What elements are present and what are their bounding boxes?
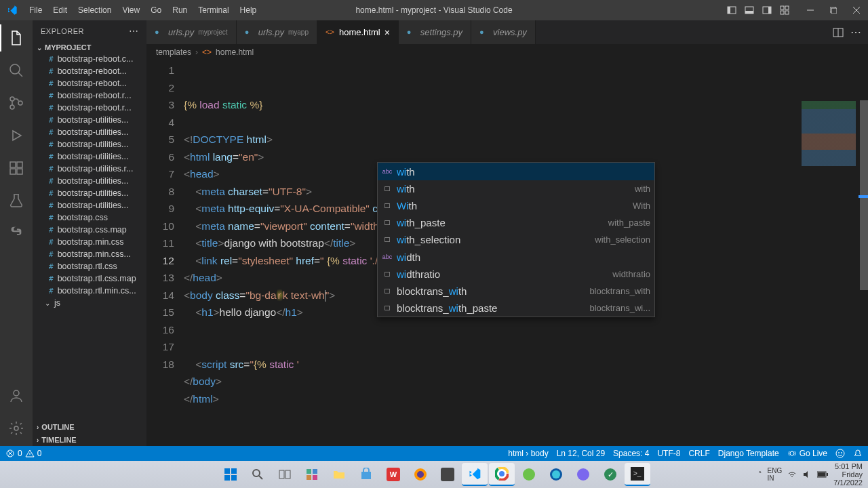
project-section-header[interactable]: ⌄ MYPROJECT	[33, 42, 146, 53]
code-editor[interactable]: 123456789101112131415161718 {% load stat…	[146, 60, 868, 446]
file-item[interactable]: #bootstrap-reboot...	[33, 77, 146, 89]
editor-tab[interactable]: <>home.html×	[317, 20, 399, 44]
status-problems[interactable]: 0 0	[5, 449, 41, 458]
minimap[interactable]	[802, 101, 856, 182]
status-indent[interactable]: Spaces: 4	[613, 449, 649, 458]
autocomplete-item[interactable]: □WithWith	[378, 197, 654, 214]
status-feedback-icon[interactable]	[835, 449, 845, 458]
file-item[interactable]: #bootstrap-utilities...	[33, 150, 146, 163]
status-breadcrumb-mode[interactable]: html › body	[508, 449, 548, 458]
file-item[interactable]: #bootstrap-reboot...	[33, 65, 146, 77]
file-item[interactable]: #bootstrap-reboot.r...	[33, 102, 146, 114]
file-item[interactable]: #bootstrap.min.css...	[33, 248, 146, 260]
file-item[interactable]: #bootstrap-utilities...	[33, 114, 146, 126]
menu-run[interactable]: Run	[167, 3, 192, 18]
breadcrumb-file[interactable]: home.html	[216, 47, 254, 57]
autocomplete-item[interactable]: □blocktrans_withblocktrans_with	[378, 283, 654, 300]
taskbar-app2-icon[interactable]	[435, 463, 460, 486]
taskbar-app4-icon[interactable]	[570, 463, 596, 486]
taskbar-language[interactable]: ENGIN	[768, 467, 783, 482]
file-item[interactable]: #bootstrap.css	[33, 211, 146, 224]
file-item[interactable]: #bootstrap.min.css	[33, 236, 146, 248]
file-item[interactable]: #bootstrap.rtl.css.map	[33, 272, 146, 285]
autocomplete-item[interactable]: abcwidth	[378, 248, 654, 266]
file-item[interactable]: #bootstrap.rtl.css	[33, 260, 146, 272]
taskbar-search-icon[interactable]	[245, 463, 271, 486]
file-item[interactable]: #bootstrap-reboot.c...	[33, 53, 146, 65]
timeline-section[interactable]: ›TIMELINE	[33, 433, 146, 446]
taskbar-firefox-icon[interactable]	[408, 463, 433, 486]
window-close-icon[interactable]	[845, 0, 868, 20]
menu-file[interactable]: File	[24, 3, 47, 18]
outline-section[interactable]: ›OUTLINE	[33, 420, 146, 433]
taskbar-start-icon[interactable]	[218, 463, 243, 486]
taskbar-taskview-icon[interactable]	[272, 463, 298, 486]
autocomplete-item[interactable]: □withwith	[378, 180, 654, 197]
editor-tab[interactable]: ●settings.py	[399, 20, 471, 44]
status-cursor-position[interactable]: Ln 12, Col 29	[557, 449, 605, 458]
status-notifications-icon[interactable]	[853, 449, 863, 458]
toggle-panel-icon[interactable]	[741, 0, 758, 20]
editor-tab[interactable]: ●urls.pymyproject	[146, 20, 237, 44]
taskbar-vscode-icon[interactable]	[462, 463, 488, 486]
folder-item[interactable]: ⌄js	[33, 297, 146, 309]
explorer-icon[interactable]	[0, 24, 33, 52]
toggle-secondary-sidebar-icon[interactable]	[758, 0, 776, 20]
taskbar-clock[interactable]: 5:01 PM Friday 7/1/2022	[833, 462, 863, 487]
menu-view[interactable]: View	[117, 3, 144, 18]
taskbar-app5-icon[interactable]: ✓	[597, 463, 623, 486]
file-item[interactable]: #bootstrap-utilities.r...	[33, 163, 146, 175]
file-item[interactable]: #bootstrap-utilities...	[33, 187, 146, 199]
taskbar-wifi-icon[interactable]	[787, 470, 797, 479]
intellisense-popup[interactable]: abcwith□withwith□WithWith□with_pastewith…	[377, 162, 655, 317]
taskbar-volume-icon[interactable]	[802, 470, 812, 479]
status-go-live[interactable]: Go Live	[787, 449, 827, 458]
window-maximize-icon[interactable]	[822, 0, 845, 20]
window-minimize-icon[interactable]	[799, 0, 822, 20]
editor-tab[interactable]: ●views.py	[471, 20, 536, 44]
explorer-more-icon[interactable]: ⋯	[129, 26, 139, 37]
settings-gear-icon[interactable]	[0, 415, 33, 442]
taskbar-app-icon[interactable]: W	[380, 463, 406, 486]
taskbar-store-icon[interactable]	[353, 463, 379, 486]
status-eol[interactable]: CRLF	[688, 449, 709, 458]
file-item[interactable]: #bootstrap.css.map	[33, 224, 146, 236]
taskbar-tray-chevron-icon[interactable]: ˄	[758, 470, 762, 479]
customize-layout-icon[interactable]	[776, 0, 793, 20]
taskbar-battery-icon[interactable]	[817, 471, 828, 478]
menu-help[interactable]: Help	[235, 3, 262, 18]
menu-selection[interactable]: Selection	[73, 3, 116, 18]
autocomplete-item[interactable]: □with_selectionwith_selection	[378, 231, 654, 248]
file-item[interactable]: #bootstrap.rtl.min.cs...	[33, 285, 146, 297]
autocomplete-item[interactable]: abcwith	[378, 163, 654, 180]
breadcrumb[interactable]: templates › <> home.html	[146, 44, 868, 60]
toggle-primary-sidebar-icon[interactable]	[723, 0, 741, 20]
taskbar-app3-icon[interactable]	[516, 463, 542, 486]
menu-terminal[interactable]: Terminal	[193, 3, 233, 18]
status-encoding[interactable]: UTF-8	[657, 449, 680, 458]
file-tree[interactable]: #bootstrap-reboot.c...#bootstrap-reboot.…	[33, 53, 146, 420]
source-control-icon[interactable]	[0, 89, 33, 117]
taskbar-widgets-icon[interactable]	[299, 463, 325, 486]
autocomplete-item[interactable]: □widthratiowidthratio	[378, 266, 654, 283]
tab-close-icon[interactable]: ×	[384, 27, 390, 38]
accounts-icon[interactable]	[0, 382, 33, 409]
split-editor-icon[interactable]	[833, 27, 844, 38]
taskbar-chrome-icon[interactable]	[489, 463, 515, 486]
menu-edit[interactable]: Edit	[48, 3, 72, 18]
file-item[interactable]: #bootstrap-utilities...	[33, 126, 146, 138]
extensions-icon[interactable]	[0, 155, 33, 182]
debug-icon[interactable]	[0, 122, 33, 149]
autocomplete-item[interactable]: □with_pastewith_paste	[378, 214, 654, 231]
python-icon[interactable]	[0, 220, 33, 247]
taskbar-explorer-icon[interactable]	[326, 463, 352, 486]
breadcrumb-folder[interactable]: templates	[156, 47, 191, 57]
autocomplete-item[interactable]: □blocktrans_with_pasteblocktrans_wi...	[378, 300, 654, 317]
testing-icon[interactable]	[0, 187, 33, 214]
taskbar-edge-icon[interactable]	[543, 463, 569, 486]
taskbar-terminal-icon[interactable]: >_	[625, 463, 650, 486]
file-item[interactable]: #bootstrap-utilities...	[33, 199, 146, 211]
file-item[interactable]: #bootstrap-reboot.r...	[33, 89, 146, 102]
file-item[interactable]: #bootstrap-utilities...	[33, 175, 146, 187]
editor-more-icon[interactable]: ⋯	[850, 26, 861, 39]
